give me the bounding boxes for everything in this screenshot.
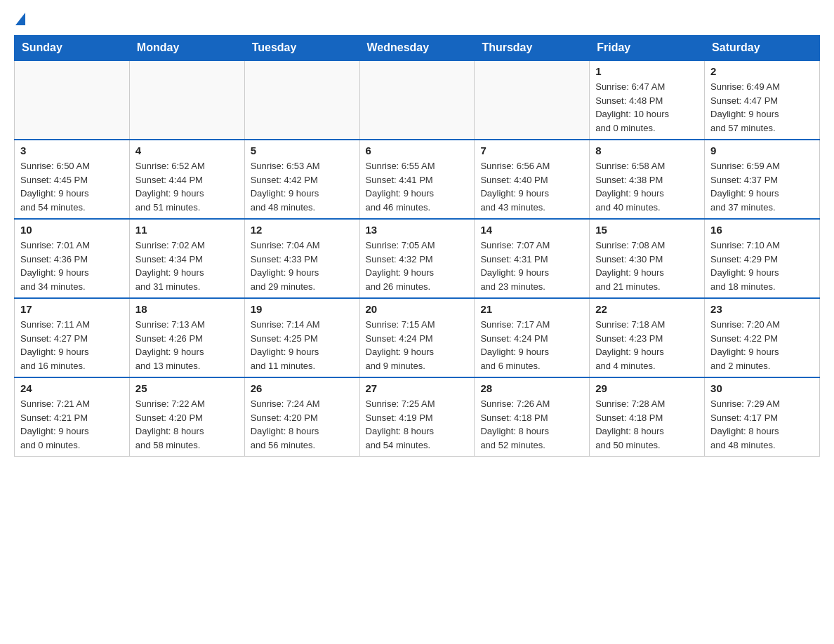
weekday-header-sunday: Sunday: [15, 36, 130, 61]
day-info: Sunrise: 7:02 AM Sunset: 4:34 PM Dayligh…: [135, 239, 239, 293]
day-number: 18: [135, 303, 239, 315]
day-number: 4: [135, 145, 239, 156]
page-header: [14, 14, 820, 27]
weekday-header-wednesday: Wednesday: [359, 36, 475, 61]
calendar-cell: 27Sunrise: 7:25 AM Sunset: 4:19 PM Dayli…: [359, 377, 475, 457]
day-number: 9: [710, 145, 814, 156]
day-number: 12: [251, 224, 354, 236]
day-number: 16: [710, 224, 814, 236]
calendar-cell: 9Sunrise: 6:59 AM Sunset: 4:37 PM Daylig…: [705, 140, 820, 219]
day-info: Sunrise: 6:53 AM Sunset: 4:42 PM Dayligh…: [251, 159, 354, 214]
calendar-week-row: 1Sunrise: 6:47 AM Sunset: 4:48 PM Daylig…: [15, 60, 820, 140]
day-number: 19: [251, 303, 354, 315]
day-number: 17: [20, 303, 124, 315]
calendar-cell: 26Sunrise: 7:24 AM Sunset: 4:20 PM Dayli…: [244, 377, 359, 457]
day-number: 25: [135, 382, 239, 394]
day-info: Sunrise: 7:28 AM Sunset: 4:18 PM Dayligh…: [595, 397, 699, 452]
calendar-cell: 2Sunrise: 6:49 AM Sunset: 4:47 PM Daylig…: [705, 60, 820, 140]
day-number: 21: [480, 303, 583, 315]
calendar-cell: 16Sunrise: 7:10 AM Sunset: 4:29 PM Dayli…: [705, 219, 820, 298]
calendar-week-row: 10Sunrise: 7:01 AM Sunset: 4:36 PM Dayli…: [15, 219, 820, 298]
day-number: 1: [595, 65, 699, 77]
day-number: 3: [20, 145, 124, 156]
day-info: Sunrise: 6:52 AM Sunset: 4:44 PM Dayligh…: [135, 159, 239, 214]
day-info: Sunrise: 7:21 AM Sunset: 4:21 PM Dayligh…: [20, 397, 124, 452]
day-info: Sunrise: 7:13 AM Sunset: 4:26 PM Dayligh…: [135, 318, 239, 373]
calendar-cell: 29Sunrise: 7:28 AM Sunset: 4:18 PM Dayli…: [590, 377, 705, 457]
logo: [14, 14, 25, 27]
day-info: Sunrise: 7:17 AM Sunset: 4:24 PM Dayligh…: [480, 318, 583, 373]
weekday-header-row: SundayMondayTuesdayWednesdayThursdayFrid…: [15, 36, 820, 61]
calendar-cell: 1Sunrise: 6:47 AM Sunset: 4:48 PM Daylig…: [590, 60, 705, 140]
day-info: Sunrise: 7:08 AM Sunset: 4:30 PM Dayligh…: [595, 239, 699, 293]
calendar-cell: 30Sunrise: 7:29 AM Sunset: 4:17 PM Dayli…: [705, 377, 820, 457]
calendar-cell: 10Sunrise: 7:01 AM Sunset: 4:36 PM Dayli…: [15, 219, 130, 298]
day-info: Sunrise: 7:15 AM Sunset: 4:24 PM Dayligh…: [366, 318, 469, 373]
weekday-header-tuesday: Tuesday: [244, 36, 359, 61]
calendar-cell: 13Sunrise: 7:05 AM Sunset: 4:32 PM Dayli…: [359, 219, 475, 298]
day-info: Sunrise: 7:22 AM Sunset: 4:20 PM Dayligh…: [135, 397, 239, 452]
calendar-cell: [244, 60, 359, 140]
day-info: Sunrise: 6:58 AM Sunset: 4:38 PM Dayligh…: [595, 159, 699, 214]
day-number: 27: [366, 382, 469, 394]
calendar-cell: 18Sunrise: 7:13 AM Sunset: 4:26 PM Dayli…: [129, 298, 244, 377]
calendar-cell: 15Sunrise: 7:08 AM Sunset: 4:30 PM Dayli…: [590, 219, 705, 298]
day-number: 29: [595, 382, 699, 394]
calendar-cell: 7Sunrise: 6:56 AM Sunset: 4:40 PM Daylig…: [475, 140, 590, 219]
calendar-table: SundayMondayTuesdayWednesdayThursdayFrid…: [14, 35, 820, 457]
day-number: 24: [20, 382, 124, 394]
weekday-header-saturday: Saturday: [705, 36, 820, 61]
weekday-header-thursday: Thursday: [475, 36, 590, 61]
calendar-cell: [359, 60, 475, 140]
calendar-cell: 5Sunrise: 6:53 AM Sunset: 4:42 PM Daylig…: [244, 140, 359, 219]
day-info: Sunrise: 7:04 AM Sunset: 4:33 PM Dayligh…: [251, 239, 354, 293]
calendar-cell: 21Sunrise: 7:17 AM Sunset: 4:24 PM Dayli…: [475, 298, 590, 377]
calendar-cell: 11Sunrise: 7:02 AM Sunset: 4:34 PM Dayli…: [129, 219, 244, 298]
weekday-header-monday: Monday: [129, 36, 244, 61]
day-number: 2: [710, 65, 814, 77]
day-number: 11: [135, 224, 239, 236]
day-number: 30: [710, 382, 814, 394]
calendar-cell: 8Sunrise: 6:58 AM Sunset: 4:38 PM Daylig…: [590, 140, 705, 219]
calendar-week-row: 3Sunrise: 6:50 AM Sunset: 4:45 PM Daylig…: [15, 140, 820, 219]
day-info: Sunrise: 6:47 AM Sunset: 4:48 PM Dayligh…: [595, 80, 699, 135]
calendar-body: 1Sunrise: 6:47 AM Sunset: 4:48 PM Daylig…: [15, 60, 820, 457]
day-info: Sunrise: 7:20 AM Sunset: 4:22 PM Dayligh…: [710, 318, 814, 373]
day-info: Sunrise: 7:18 AM Sunset: 4:23 PM Dayligh…: [595, 318, 699, 373]
day-number: 8: [595, 145, 699, 156]
day-info: Sunrise: 7:07 AM Sunset: 4:31 PM Dayligh…: [480, 239, 583, 293]
day-info: Sunrise: 7:25 AM Sunset: 4:19 PM Dayligh…: [366, 397, 469, 452]
day-info: Sunrise: 7:10 AM Sunset: 4:29 PM Dayligh…: [710, 239, 814, 293]
calendar-week-row: 24Sunrise: 7:21 AM Sunset: 4:21 PM Dayli…: [15, 377, 820, 457]
day-info: Sunrise: 6:49 AM Sunset: 4:47 PM Dayligh…: [710, 80, 814, 135]
day-info: Sunrise: 6:55 AM Sunset: 4:41 PM Dayligh…: [366, 159, 469, 214]
day-info: Sunrise: 7:14 AM Sunset: 4:25 PM Dayligh…: [251, 318, 354, 373]
day-number: 23: [710, 303, 814, 315]
day-info: Sunrise: 7:11 AM Sunset: 4:27 PM Dayligh…: [20, 318, 124, 373]
day-number: 28: [480, 382, 583, 394]
day-number: 7: [480, 145, 583, 156]
calendar-cell: 17Sunrise: 7:11 AM Sunset: 4:27 PM Dayli…: [15, 298, 130, 377]
calendar-header: SundayMondayTuesdayWednesdayThursdayFrid…: [15, 36, 820, 61]
calendar-cell: 14Sunrise: 7:07 AM Sunset: 4:31 PM Dayli…: [475, 219, 590, 298]
day-number: 20: [366, 303, 469, 315]
calendar-cell: 28Sunrise: 7:26 AM Sunset: 4:18 PM Dayli…: [475, 377, 590, 457]
day-info: Sunrise: 7:29 AM Sunset: 4:17 PM Dayligh…: [710, 397, 814, 452]
calendar-cell: [15, 60, 130, 140]
day-number: 6: [366, 145, 469, 156]
calendar-week-row: 17Sunrise: 7:11 AM Sunset: 4:27 PM Dayli…: [15, 298, 820, 377]
day-info: Sunrise: 6:56 AM Sunset: 4:40 PM Dayligh…: [480, 159, 583, 214]
calendar-cell: 20Sunrise: 7:15 AM Sunset: 4:24 PM Dayli…: [359, 298, 475, 377]
day-info: Sunrise: 7:26 AM Sunset: 4:18 PM Dayligh…: [480, 397, 583, 452]
weekday-header-friday: Friday: [590, 36, 705, 61]
day-number: 26: [251, 382, 354, 394]
day-info: Sunrise: 6:59 AM Sunset: 4:37 PM Dayligh…: [710, 159, 814, 214]
calendar-cell: [475, 60, 590, 140]
day-number: 5: [251, 145, 354, 156]
day-number: 13: [366, 224, 469, 236]
day-info: Sunrise: 6:50 AM Sunset: 4:45 PM Dayligh…: [20, 159, 124, 214]
calendar-cell: 25Sunrise: 7:22 AM Sunset: 4:20 PM Dayli…: [129, 377, 244, 457]
calendar-cell: 23Sunrise: 7:20 AM Sunset: 4:22 PM Dayli…: [705, 298, 820, 377]
day-number: 15: [595, 224, 699, 236]
calendar-cell: 12Sunrise: 7:04 AM Sunset: 4:33 PM Dayli…: [244, 219, 359, 298]
